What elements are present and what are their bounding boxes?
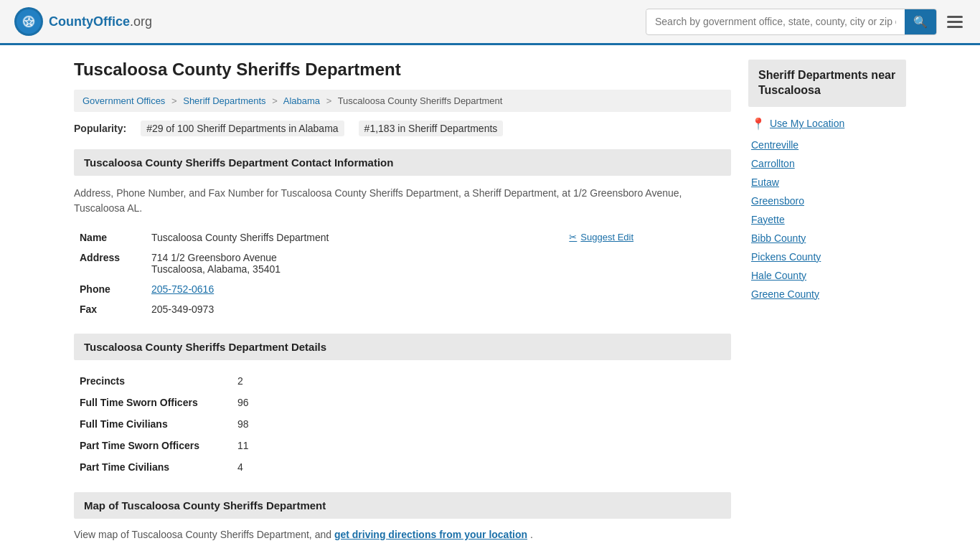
contact-section-header: Tuscaloosa County Sheriffs Department Co… bbox=[74, 149, 731, 176]
suggest-edit-label: Suggest Edit bbox=[580, 232, 633, 242]
suggest-edit-icon: ✂ bbox=[569, 232, 577, 242]
sidebar-header: Sheriff Departments near Tuscaloosa bbox=[748, 60, 906, 107]
sidebar-link[interactable]: Hale County bbox=[751, 270, 806, 281]
contact-info-table: Name Tuscaloosa County Sheriffs Departme… bbox=[74, 227, 731, 319]
detail-label: Precincts bbox=[74, 370, 232, 392]
list-item: Eutaw bbox=[751, 176, 903, 188]
name-label: Name bbox=[74, 227, 146, 248]
table-row-name: Name Tuscaloosa County Sheriffs Departme… bbox=[74, 227, 731, 248]
popularity-national-rank: #1,183 in Sheriff Departments bbox=[359, 121, 504, 136]
page-title: Tuscaloosa County Sheriffs Department bbox=[74, 60, 731, 80]
list-item: Carrollton bbox=[751, 158, 903, 169]
detail-label: Full Time Civilians bbox=[74, 413, 232, 435]
table-row: Precincts2 bbox=[74, 370, 731, 392]
name-value: Tuscaloosa County Sheriffs Department bbox=[146, 227, 563, 248]
breadcrumb-alabama[interactable]: Alabama bbox=[283, 95, 320, 106]
table-row: Part Time Civilians4 bbox=[74, 456, 731, 478]
detail-label: Part Time Sworn Officers bbox=[74, 435, 232, 456]
sidebar-link[interactable]: Fayette bbox=[751, 214, 785, 225]
detail-value: 11 bbox=[232, 435, 731, 456]
menu-button[interactable] bbox=[944, 13, 966, 31]
detail-label: Part Time Civilians bbox=[74, 456, 232, 478]
header-right: 🔍 bbox=[646, 9, 966, 35]
phone-value: 205-752-0616 bbox=[146, 279, 563, 299]
detail-value: 96 bbox=[232, 392, 731, 413]
sidebar-link[interactable]: Greene County bbox=[751, 288, 819, 300]
sidebar-link[interactable]: Pickens County bbox=[751, 251, 821, 263]
sidebar-location: 📍 Use My Location bbox=[748, 117, 906, 131]
address-value: 714 1/2 Greensboro Avenue Tuscaloosa, Al… bbox=[146, 248, 563, 279]
map-section-header: Map of Tuscaloosa County Sheriffs Depart… bbox=[74, 492, 731, 519]
menu-line-2 bbox=[947, 21, 963, 23]
phone-label: Phone bbox=[74, 279, 146, 299]
site-header: ☆ CountyOffice.org 🔍 bbox=[0, 0, 980, 45]
detail-value: 98 bbox=[232, 413, 731, 435]
detail-value: 2 bbox=[232, 370, 731, 392]
map-desc-end: . bbox=[530, 529, 533, 540]
address-line1: 714 1/2 Greensboro Avenue bbox=[151, 252, 557, 263]
table-row: Full Time Civilians98 bbox=[74, 413, 731, 435]
breadcrumb: Government Offices > Sheriff Departments… bbox=[74, 90, 731, 112]
logo-area: ☆ CountyOffice.org bbox=[14, 7, 152, 36]
phone-link[interactable]: 205-752-0616 bbox=[151, 283, 214, 295]
breadcrumb-sep-3: > bbox=[326, 95, 332, 106]
suggest-edit-cell: ✂ Suggest Edit bbox=[563, 227, 731, 319]
list-item: Greensboro bbox=[751, 195, 903, 207]
search-button[interactable]: 🔍 bbox=[905, 9, 936, 34]
breadcrumb-current: Tuscaloosa County Sheriffs Department bbox=[338, 95, 503, 106]
list-item: Centreville bbox=[751, 139, 903, 151]
detail-value: 4 bbox=[232, 456, 731, 478]
suggest-edit-link[interactable]: ✂ Suggest Edit bbox=[569, 232, 725, 242]
detail-label: Full Time Sworn Officers bbox=[74, 392, 232, 413]
details-table: Precincts2Full Time Sworn Officers96Full… bbox=[74, 370, 731, 478]
fax-value: 205-349-0973 bbox=[146, 299, 563, 319]
list-item: Bibb County bbox=[751, 232, 903, 244]
search-bar: 🔍 bbox=[646, 9, 937, 35]
sidebar-link[interactable]: Eutaw bbox=[751, 176, 779, 188]
popularity-label: Popularity: bbox=[74, 123, 126, 134]
location-icon: 📍 bbox=[751, 117, 765, 131]
list-item: Fayette bbox=[751, 214, 903, 225]
sidebar: Sheriff Departments near Tuscaloosa 📍 Us… bbox=[748, 60, 906, 540]
sidebar-link[interactable]: Bibb County bbox=[751, 232, 806, 244]
map-directions-link[interactable]: get driving directions from your locatio… bbox=[334, 529, 527, 540]
logo-text: CountyOffice.org bbox=[49, 14, 152, 29]
sidebar-links: CentrevilleCarrolltonEutawGreensboroFaye… bbox=[748, 139, 906, 300]
use-my-location-link[interactable]: Use My Location bbox=[770, 118, 844, 129]
breadcrumb-gov-offices[interactable]: Government Offices bbox=[83, 95, 165, 106]
content-area: Tuscaloosa County Sheriffs Department Go… bbox=[74, 60, 731, 540]
details-section-header: Tuscaloosa County Sheriffs Department De… bbox=[74, 334, 731, 360]
fax-label: Fax bbox=[74, 299, 146, 319]
sidebar-link[interactable]: Carrollton bbox=[751, 158, 795, 169]
menu-line-3 bbox=[947, 26, 963, 28]
main-container: Tuscaloosa County Sheriffs Department Go… bbox=[60, 45, 920, 551]
popularity-state-rank: #29 of 100 Sheriff Departments in Alabam… bbox=[141, 121, 344, 136]
address-line2: Tuscaloosa, Alabama, 35401 bbox=[151, 263, 557, 275]
search-input[interactable] bbox=[646, 10, 905, 33]
map-description: View map of Tuscaloosa County Sheriffs D… bbox=[74, 529, 731, 540]
menu-line-1 bbox=[947, 16, 963, 18]
list-item: Hale County bbox=[751, 270, 903, 281]
list-item: Pickens County bbox=[751, 251, 903, 263]
list-item: Greene County bbox=[751, 288, 903, 300]
sidebar-link[interactable]: Centreville bbox=[751, 139, 798, 151]
breadcrumb-sep-1: > bbox=[171, 95, 177, 106]
map-desc-start: View map of Tuscaloosa County Sheriffs D… bbox=[74, 529, 331, 540]
table-row: Part Time Sworn Officers11 bbox=[74, 435, 731, 456]
table-row: Full Time Sworn Officers96 bbox=[74, 392, 731, 413]
address-label: Address bbox=[74, 248, 146, 279]
sidebar-link[interactable]: Greensboro bbox=[751, 195, 804, 207]
popularity-row: Popularity: #29 of 100 Sheriff Departmen… bbox=[74, 121, 731, 136]
breadcrumb-sheriff-depts[interactable]: Sheriff Departments bbox=[183, 95, 265, 106]
contact-description: Address, Phone Number, and Fax Number fo… bbox=[74, 186, 731, 216]
breadcrumb-sep-2: > bbox=[272, 95, 278, 106]
logo-icon: ☆ bbox=[14, 7, 43, 36]
